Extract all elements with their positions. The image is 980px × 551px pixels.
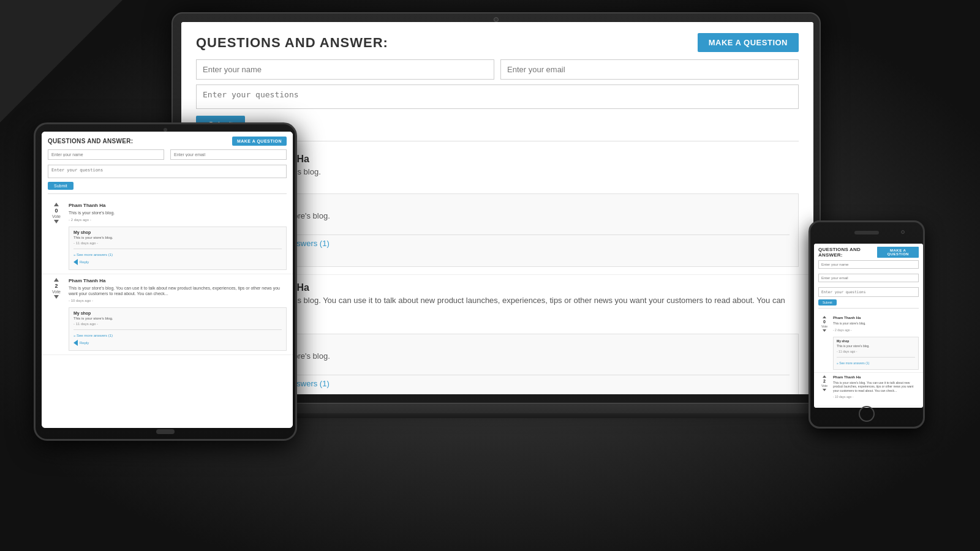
laptop-question-text-1: This is your store's blog. xyxy=(235,167,799,178)
laptop-answer-box-1: My shop This is your store's blog. - 11 … xyxy=(235,193,799,267)
phone-answer-box-1: My shop This is your store's blog. - 11 … xyxy=(833,337,919,370)
phone-question-text-2: This is your store's blog. You can use i… xyxy=(833,381,919,393)
laptop-email-input[interactable] xyxy=(500,59,799,80)
tablet-name-input[interactable] xyxy=(48,149,164,160)
tablet-vote-down-1[interactable] xyxy=(54,220,59,223)
phone-question-text-1: This is your store's blog. xyxy=(833,321,919,326)
tablet-submit-btn[interactable]: Submit xyxy=(48,182,74,190)
phone-make-question-btn[interactable]: MAKE A QUESTION xyxy=(877,247,919,258)
phone-qa-title: QUESTIONS AND ANSWER: xyxy=(818,247,877,258)
phone-vote-count-2: 2 xyxy=(823,379,826,384)
phone-name-input[interactable] xyxy=(818,260,919,269)
laptop-answer-shop-1: My shop xyxy=(244,200,790,210)
phone-question-1: 0 Vote Pham Thanh Ha This is your store'… xyxy=(814,313,923,373)
phone-question-body-2: Pham Thanh Ha This is your store's blog.… xyxy=(833,375,919,404)
tablet-qa-title: QUESTIONS AND ANSWER: xyxy=(48,138,133,144)
tablet-qa-content: QUESTIONS AND ANSWER: MAKE A QUESTION Su… xyxy=(42,132,293,428)
phone-vote-2: 2 Vote xyxy=(818,375,831,404)
tablet-vote-label-2: Vote xyxy=(52,290,61,294)
laptop-question-text-2: This is your store's blog. You can use i… xyxy=(235,295,799,317)
tablet-see-more-1[interactable]: » See more answers (1) xyxy=(74,253,282,257)
phone-question-time-2: - 10 days ago - xyxy=(833,395,919,399)
tablet-answer-text-2: This is your store's blog. xyxy=(74,317,282,320)
phone-question-textarea[interactable] xyxy=(818,287,919,297)
tablet-reply-label-1: Reply xyxy=(80,260,89,264)
tablet-vote-up-1[interactable] xyxy=(54,203,59,206)
phone-vote-label-1: Vote xyxy=(821,324,827,328)
phone-vote-down-2[interactable] xyxy=(823,389,826,391)
phone-answer-shop-1: My shop xyxy=(837,339,915,343)
tablet-question-body-1: Pham Thanh Ha This is your store's blog.… xyxy=(69,203,287,270)
tablet-vote-up-2[interactable] xyxy=(54,278,59,282)
phone-see-more-1[interactable]: » See more answers (1) xyxy=(837,361,915,365)
tablet-author-1: Pham Thanh Ha xyxy=(69,203,287,208)
tablet-answer-time-2: - 11 days ago - xyxy=(74,322,282,326)
tablet-home-button[interactable] xyxy=(156,429,175,434)
phone-camera xyxy=(901,230,905,234)
laptop-question-textarea[interactable] xyxy=(196,84,799,109)
phone-vote-down-1[interactable] xyxy=(823,329,826,332)
phone-vote-up-1[interactable] xyxy=(823,316,826,318)
phone-form-row-1 xyxy=(818,260,919,269)
phone-answer-text-1: This is your store's blog. xyxy=(837,344,915,348)
tablet-vote-count-2: 2 xyxy=(55,283,58,290)
tablet-question-textarea[interactable] xyxy=(48,165,287,178)
laptop-answer-time-1: - 11 days ago - xyxy=(244,222,790,231)
tablet-vote-2: 2 Vote xyxy=(48,278,65,351)
tablet-vote-count-1: 0 xyxy=(55,208,58,214)
tablet-answer-shop-2: My shop xyxy=(74,311,282,315)
laptop-answer-text-2: This is your store's blog. xyxy=(244,351,790,361)
laptop-question-time-2: - 10 days ago - xyxy=(235,320,799,329)
tablet-question-text-2: This is your store's blog. You can use i… xyxy=(69,285,287,296)
tablet-answer-shop-1: My shop xyxy=(74,230,282,234)
phone-qa-content: QUESTIONS AND ANSWER: MAKE A QUESTION Su… xyxy=(814,244,923,408)
tablet-reply-label-2: Reply xyxy=(80,341,89,345)
phone-qa-form: Submit xyxy=(814,260,923,308)
phone-question-time-1: - 2 days ago - xyxy=(833,328,919,332)
phone-submit-btn[interactable]: Submit xyxy=(818,299,837,305)
tablet-vote-down-2[interactable] xyxy=(54,295,59,299)
phone-home-button[interactable] xyxy=(859,406,875,422)
tablet-question-text-1: This is your store's blog. xyxy=(69,210,287,216)
tablet-answer-text-1: This is your store's blog. xyxy=(74,236,282,239)
phone-question-body-1: Pham Thanh Ha This is your store's blog.… xyxy=(833,316,919,370)
laptop-answer-shop-2: My shop xyxy=(244,340,790,350)
phone-email-input[interactable] xyxy=(818,274,919,282)
tablet-answer-time-1: - 11 days ago - xyxy=(74,241,282,245)
phone-vote-up-2[interactable] xyxy=(823,375,826,378)
laptop-see-more-2[interactable]: » See more answers (1) xyxy=(244,379,790,388)
tablet-see-more-2[interactable]: » See more answers (1) xyxy=(74,334,282,337)
tablet-qa-form: Submit xyxy=(42,149,293,193)
tablet-reply-link-2[interactable]: Reply xyxy=(74,340,89,346)
laptop-answer-text-1: This is your store's blog. xyxy=(244,211,790,220)
phone-device: QUESTIONS AND ANSWER: MAKE A QUESTION Su… xyxy=(809,220,925,429)
tablet-vote-label-1: Vote xyxy=(52,214,61,219)
laptop-name-input[interactable] xyxy=(196,59,494,80)
phone-author-2: Pham Thanh Ha xyxy=(833,375,919,379)
laptop-answer-divider-1 xyxy=(244,234,790,235)
tablet-qa-header: QUESTIONS AND ANSWER: MAKE A QUESTION xyxy=(42,132,293,149)
phone-vote-1: 0 Vote xyxy=(818,316,831,370)
tablet-make-question-btn[interactable]: MAKE A QUESTION xyxy=(232,137,287,146)
laptop-answer-time-2: - 11 days ago - xyxy=(244,362,790,371)
tablet-answer-box-1: My shop This is your store's blog. - 11 … xyxy=(69,227,287,270)
tablet-question-2: 2 Vote Pham Thanh Ha This is your store'… xyxy=(42,274,293,355)
phone-vote-label-2: Vote xyxy=(821,384,827,388)
tablet-answer-divider-1 xyxy=(74,249,282,249)
tablet-question-time-2: - 10 days ago - xyxy=(69,299,287,302)
phone-answer-time-1: - 11 days ago - xyxy=(837,350,915,353)
tablet-question-time-1: - 2 days ago - xyxy=(69,218,287,222)
laptop-camera xyxy=(494,17,499,22)
laptop-answer-divider-2 xyxy=(244,375,790,375)
tablet-email-input[interactable] xyxy=(170,149,287,160)
laptop-see-more-1[interactable]: » See more answers (1) xyxy=(244,239,790,248)
tablet-reply-arrow-icon-1 xyxy=(74,259,78,265)
tablet-reply-link-1[interactable]: Reply xyxy=(74,259,89,265)
tablet-question-1: 0 Vote Pham Thanh Ha This is your store'… xyxy=(42,199,293,274)
phone-screen: QUESTIONS AND ANSWER: MAKE A QUESTION Su… xyxy=(814,244,923,408)
tablet-screen: QUESTIONS AND ANSWER: MAKE A QUESTION Su… xyxy=(42,132,293,428)
laptop-make-question-btn[interactable]: MAKE A QUESTION xyxy=(698,33,799,52)
tablet-answer-box-2: My shop This is your store's blog. - 11 … xyxy=(69,307,287,351)
tablet-device: QUESTIONS AND ANSWER: MAKE A QUESTION Su… xyxy=(34,122,297,441)
laptop-question-body-1: Pham Thanh Ha This is your store's blog.… xyxy=(235,154,799,267)
